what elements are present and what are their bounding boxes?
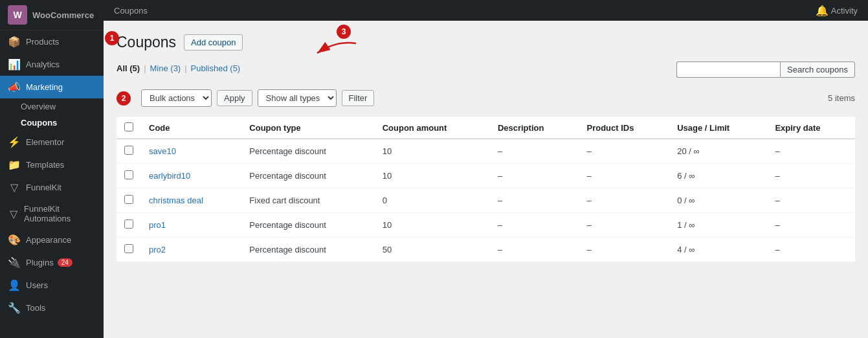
row-type: Percentage discount bbox=[241, 238, 374, 262]
row-code: pro2 bbox=[141, 238, 241, 262]
filter-tabs: All (5) | Mine (3) | Published (5) bbox=[117, 63, 240, 73]
row-product-ids: – bbox=[579, 213, 670, 238]
row-expiry: – bbox=[767, 139, 855, 164]
add-coupon-button[interactable]: Add coupon bbox=[184, 34, 243, 51]
col-coupon-amount: Coupon amount bbox=[375, 117, 490, 139]
col-product-ids: Product IDs bbox=[579, 117, 670, 139]
sidebar-item-label: Users bbox=[26, 280, 48, 290]
table-row: pro2 Percentage discount 50 – – 4 / ∞ – bbox=[117, 238, 855, 262]
sidebar-item-analytics[interactable]: 📊 Analytics bbox=[0, 53, 104, 76]
plugins-badge: 24 bbox=[58, 258, 72, 267]
table-row: earlybird10 Percentage discount 10 – – 6… bbox=[117, 164, 855, 188]
sidebar-item-funnelkit[interactable]: ▽ FunnelKit bbox=[0, 176, 104, 199]
row-type: Fixed cart discount bbox=[241, 188, 374, 213]
coupons-table: Code Coupon type Coupon amount Descripti… bbox=[117, 117, 855, 262]
sidebar-item-appearance[interactable]: 🎨 Appearance bbox=[0, 229, 104, 251]
filter-tab-all[interactable]: All (5) bbox=[117, 63, 140, 73]
row-checkbox[interactable] bbox=[124, 146, 133, 155]
row-code: christmas deal bbox=[141, 188, 241, 213]
annotation-1: 1 bbox=[105, 31, 119, 45]
filter-button[interactable]: Filter bbox=[342, 90, 375, 106]
elementor-icon: ⚡ bbox=[8, 136, 21, 148]
templates-icon: 📁 bbox=[8, 159, 21, 171]
row-checkbox[interactable] bbox=[124, 170, 133, 179]
select-all-header bbox=[117, 117, 141, 139]
sidebar-item-marketing[interactable]: 📣 Marketing bbox=[0, 76, 104, 98]
filter-tab-published[interactable]: Published (5) bbox=[191, 63, 241, 73]
row-amount: 50 bbox=[375, 238, 490, 262]
sidebar-item-label: Products bbox=[26, 37, 59, 47]
sidebar-item-plugins[interactable]: 🔌 Plugins 24 bbox=[0, 251, 104, 274]
plugins-icon: 🔌 bbox=[8, 256, 21, 269]
items-count: 5 items bbox=[828, 93, 855, 103]
page-title: Coupons bbox=[117, 34, 176, 51]
sidebar-logo[interactable]: W WooCommerce bbox=[0, 0, 104, 30]
sidebar-item-elementor[interactable]: ⚡ Elementor bbox=[0, 131, 104, 153]
sidebar-item-label: FunnelKit Automations bbox=[24, 204, 96, 223]
sidebar-item-label: Plugins bbox=[26, 258, 54, 267]
coupon-code-link[interactable]: save10 bbox=[149, 146, 176, 156]
annotation-2: 2 bbox=[117, 91, 131, 106]
content-wrapper: 1 Coupons Add coupon 3 Al bbox=[117, 34, 855, 262]
sidebar-subitem-coupons[interactable]: Coupons bbox=[0, 115, 104, 131]
row-checkbox-cell bbox=[117, 139, 141, 164]
row-code: pro1 bbox=[141, 213, 241, 238]
coupon-code-link[interactable]: pro1 bbox=[149, 220, 166, 230]
row-usage: 20 / ∞ bbox=[669, 139, 767, 164]
woocommerce-logo-icon: W bbox=[8, 5, 27, 25]
row-checkbox[interactable] bbox=[124, 220, 133, 229]
apply-button[interactable]: Apply bbox=[217, 90, 252, 106]
main-content: Coupons 🔔 Activity 1 Coupons Add coupon … bbox=[104, 0, 868, 338]
row-checkbox[interactable] bbox=[124, 244, 133, 253]
row-usage: 1 / ∞ bbox=[669, 213, 767, 238]
users-icon: 👤 bbox=[8, 279, 21, 291]
table-row: christmas deal Fixed cart discount 0 – –… bbox=[117, 188, 855, 213]
sidebar-subitem-overview[interactable]: Overview bbox=[0, 98, 104, 115]
sidebar-item-label: Tools bbox=[26, 303, 45, 313]
row-expiry: – bbox=[767, 188, 855, 213]
sidebar-item-templates[interactable]: 📁 Templates bbox=[0, 153, 104, 176]
sidebar-item-products[interactable]: 📦 Products bbox=[0, 30, 104, 53]
breadcrumb: Coupons bbox=[114, 6, 148, 16]
row-product-ids: – bbox=[579, 238, 670, 262]
search-input[interactable] bbox=[676, 62, 780, 78]
row-checkbox-cell bbox=[117, 188, 141, 213]
select-all-checkbox[interactable] bbox=[124, 122, 133, 131]
row-product-ids: – bbox=[579, 139, 670, 164]
analytics-icon: 📊 bbox=[8, 58, 21, 71]
row-checkbox-cell bbox=[117, 164, 141, 188]
admin-bar: Coupons 🔔 Activity bbox=[104, 0, 868, 21]
row-checkbox[interactable] bbox=[124, 195, 133, 204]
row-expiry: – bbox=[767, 213, 855, 238]
activity-button[interactable]: 🔔 Activity bbox=[816, 5, 858, 17]
col-usage-limit: Usage / Limit bbox=[669, 117, 767, 139]
show-types-dropdown[interactable]: Show all types bbox=[258, 89, 337, 107]
sidebar-item-funnelkit-auto[interactable]: ▽ FunnelKit Automations bbox=[0, 199, 104, 229]
coupon-code-link[interactable]: earlybird10 bbox=[149, 171, 190, 181]
row-code: save10 bbox=[141, 139, 241, 164]
admin-bar-right: 🔔 Activity bbox=[816, 5, 858, 17]
toolbar-left: 2 Bulk actions Apply Show all types Filt… bbox=[117, 89, 374, 107]
coupon-code-link[interactable]: pro2 bbox=[149, 245, 166, 254]
filter-tab-mine[interactable]: Mine (3) bbox=[150, 63, 181, 73]
coupon-code-link[interactable]: christmas deal bbox=[149, 196, 203, 205]
arrow-3 bbox=[285, 37, 362, 63]
row-description: – bbox=[490, 164, 579, 188]
sidebar-item-users[interactable]: 👤 Users bbox=[0, 274, 104, 297]
sidebar-item-label: Elementor bbox=[26, 137, 64, 147]
activity-icon: 🔔 bbox=[816, 5, 829, 17]
sidebar-item-tools[interactable]: 🔧 Tools bbox=[0, 297, 104, 319]
row-description: – bbox=[490, 213, 579, 238]
funnelkit-icon: ▽ bbox=[8, 181, 21, 194]
coupons-label: Coupons bbox=[21, 118, 57, 128]
col-expiry-date: Expiry date bbox=[767, 117, 855, 139]
bulk-actions-dropdown[interactable]: Bulk actions bbox=[141, 89, 212, 107]
row-type: Percentage discount bbox=[241, 213, 374, 238]
sidebar-item-label: Analytics bbox=[26, 60, 60, 69]
row-description: – bbox=[490, 188, 579, 213]
search-coupons-button[interactable]: Search coupons bbox=[780, 62, 855, 78]
row-product-ids: – bbox=[579, 188, 670, 213]
col-coupon-type: Coupon type bbox=[241, 117, 374, 139]
row-checkbox-cell bbox=[117, 238, 141, 262]
table-row: save10 Percentage discount 10 – – 20 / ∞… bbox=[117, 139, 855, 164]
